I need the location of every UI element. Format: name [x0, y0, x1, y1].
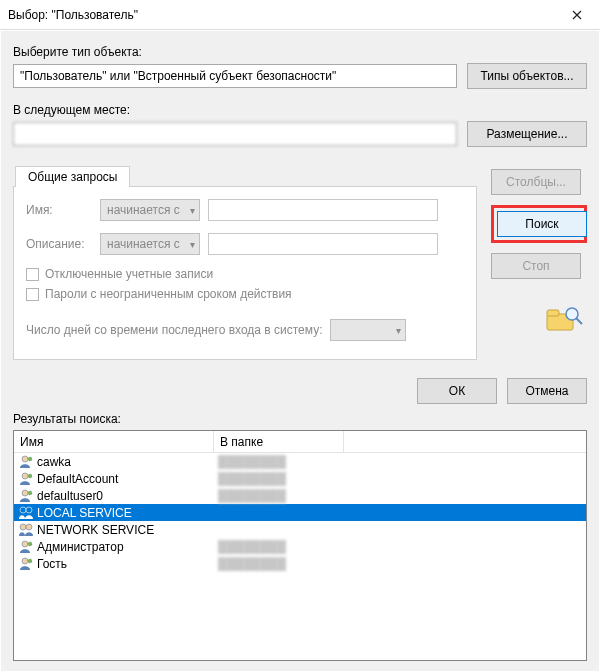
svg-point-9	[20, 524, 26, 530]
stop-button: Стоп	[491, 253, 581, 279]
user-group-icon	[18, 523, 34, 537]
no-password-expiry-checkbox	[26, 288, 39, 301]
search-button-highlight: Поиск	[491, 205, 587, 243]
table-row[interactable]: defaultuser0████████	[14, 487, 586, 504]
svg-point-12	[22, 558, 28, 564]
row-folder: ████████	[214, 489, 344, 503]
user-icon	[18, 472, 34, 486]
desc-filter-label: Описание:	[26, 237, 92, 251]
column-header-folder[interactable]: В папке	[214, 431, 344, 452]
row-folder: ████████	[214, 540, 344, 554]
location-button[interactable]: Размещение...	[467, 121, 587, 147]
svg-point-7	[20, 507, 26, 513]
row-name: Гость	[37, 557, 67, 571]
user-icon	[18, 557, 34, 571]
table-row[interactable]: DefaultAccount████████	[14, 470, 586, 487]
location-field	[13, 122, 457, 146]
row-folder: ████████	[214, 472, 344, 486]
name-filter-label: Имя:	[26, 203, 92, 217]
svg-line-3	[576, 318, 582, 324]
desc-filter-mode: начинается с ▾	[100, 233, 200, 255]
row-name: DefaultAccount	[37, 472, 118, 486]
days-since-login-select: ▾	[330, 319, 406, 341]
svg-rect-1	[547, 310, 559, 316]
titlebar: Выбор: "Пользователь"	[0, 0, 600, 30]
user-icon	[18, 489, 34, 503]
window-title: Выбор: "Пользователь"	[8, 8, 556, 22]
table-row[interactable]: NETWORK SERVICE	[14, 521, 586, 538]
row-folder: ████████	[214, 557, 344, 571]
name-filter-mode: начинается с ▾	[100, 199, 200, 221]
results-label: Результаты поиска:	[13, 412, 587, 426]
svg-point-11	[22, 541, 28, 547]
tab-strip: Общие запросы	[13, 165, 477, 186]
location-label: В следующем месте:	[13, 103, 587, 117]
svg-point-8	[26, 507, 32, 513]
search-button[interactable]: Поиск	[497, 211, 587, 237]
client-area: Выберите тип объекта: "Пользователь" или…	[0, 30, 600, 672]
row-name: defaultuser0	[37, 489, 103, 503]
row-name: NETWORK SERVICE	[37, 523, 154, 537]
name-filter-input	[208, 199, 438, 221]
chevron-down-icon: ▾	[190, 205, 195, 216]
row-name: LOCAL SERVICE	[37, 506, 132, 520]
svg-point-5	[22, 473, 28, 479]
cancel-button[interactable]: Отмена	[507, 378, 587, 404]
columns-button[interactable]: Столбцы...	[491, 169, 581, 195]
days-since-login-label: Число дней со времени последнего входа в…	[26, 323, 322, 337]
disabled-accounts-checkbox	[26, 268, 39, 281]
table-row[interactable]: cawka████████	[14, 453, 586, 470]
results-listview[interactable]: Имя В папке cawka████████ DefaultAccount…	[13, 430, 587, 661]
object-types-button[interactable]: Типы объектов...	[467, 63, 587, 89]
svg-point-4	[22, 456, 28, 462]
row-name: cawka	[37, 455, 71, 469]
row-name: Администратор	[37, 540, 124, 554]
ok-button[interactable]: ОК	[417, 378, 497, 404]
table-row[interactable]: Гость████████	[14, 555, 586, 572]
user-group-icon	[18, 506, 34, 520]
table-row[interactable]: Администратор████████	[14, 538, 586, 555]
tab-panel-queries: Имя: начинается с ▾ Описание: начинается…	[13, 186, 477, 360]
no-password-expiry-label: Пароли с неограниченным сроком действия	[45, 287, 292, 301]
user-icon	[18, 540, 34, 554]
object-type-field: "Пользователь" или "Встроенный субъект б…	[13, 64, 457, 88]
close-button[interactable]	[556, 1, 598, 29]
user-icon	[18, 455, 34, 469]
desc-filter-input	[208, 233, 438, 255]
dialog-select-user: Выбор: "Пользователь" Выберите тип объек…	[0, 0, 600, 672]
tab-common-queries[interactable]: Общие запросы	[15, 166, 130, 187]
column-header-name[interactable]: Имя	[14, 431, 214, 452]
row-folder: ████████	[214, 455, 344, 469]
table-row[interactable]: LOCAL SERVICE	[14, 504, 586, 521]
chevron-down-icon: ▾	[190, 239, 195, 250]
object-type-label: Выберите тип объекта:	[13, 45, 587, 59]
folder-search-icon[interactable]	[543, 301, 587, 337]
svg-point-6	[22, 490, 28, 496]
svg-point-10	[26, 524, 32, 530]
disabled-accounts-label: Отключенные учетные записи	[45, 267, 213, 281]
chevron-down-icon: ▾	[396, 325, 401, 336]
